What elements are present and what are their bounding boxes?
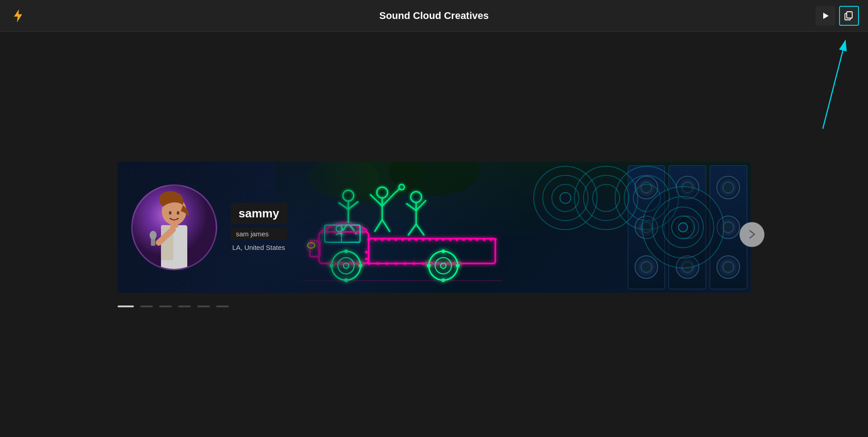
svg-line-25	[408, 224, 416, 235]
profile-info: sammy sam james LA, United States	[231, 203, 288, 251]
svg-point-50	[388, 238, 390, 241]
next-slide-button[interactable]	[740, 222, 764, 247]
logo-icon	[10, 8, 26, 24]
svg-point-49	[381, 238, 384, 241]
svg-point-66	[494, 238, 497, 241]
chevron-right-icon	[747, 230, 757, 240]
svg-point-83	[560, 193, 571, 203]
svg-point-53	[408, 238, 411, 241]
svg-point-103	[176, 211, 179, 215]
copy-button[interactable]	[839, 6, 859, 26]
svg-point-71	[403, 262, 406, 265]
dot-1[interactable]	[118, 305, 134, 307]
slideshow-container: sammy sam james LA, United States	[118, 162, 751, 307]
svg-point-63	[476, 238, 479, 241]
dot-6[interactable]	[216, 305, 229, 307]
main-content: sammy sam james LA, United States	[0, 32, 868, 437]
dot-2[interactable]	[140, 305, 153, 307]
dot-4[interactable]	[178, 305, 191, 307]
svg-line-20	[382, 220, 390, 232]
svg-point-58	[442, 238, 445, 241]
play-button[interactable]	[816, 6, 835, 26]
svg-point-44	[427, 264, 431, 268]
svg-point-59	[449, 238, 451, 241]
page-title: Sound Cloud Creatives	[379, 10, 489, 22]
svg-point-43	[456, 264, 460, 268]
svg-rect-30	[369, 239, 495, 263]
svg-line-19	[375, 220, 382, 232]
svg-point-51	[394, 238, 397, 241]
avatar	[131, 184, 217, 270]
profile-name: sammy	[231, 203, 288, 224]
svg-point-94	[678, 223, 688, 232]
svg-marker-0	[14, 9, 22, 22]
avatar-illustration	[133, 184, 216, 270]
header-actions	[816, 6, 859, 26]
svg-point-36	[429, 251, 458, 280]
svg-point-68	[376, 262, 379, 265]
profile-handle: sam james	[231, 228, 288, 240]
svg-point-70	[394, 262, 397, 265]
play-icon	[821, 12, 830, 20]
svg-point-60	[455, 238, 458, 241]
svg-point-55	[422, 238, 424, 241]
svg-point-37	[435, 258, 451, 274]
svg-point-73	[422, 262, 424, 265]
profile-section: sammy sam james LA, United States	[118, 162, 371, 293]
svg-rect-3	[847, 12, 852, 18]
svg-point-102	[169, 211, 171, 215]
app-header: Sound Cloud Creatives	[0, 0, 868, 32]
svg-line-26	[416, 224, 424, 235]
svg-point-45	[441, 249, 445, 253]
svg-point-64	[483, 238, 485, 241]
copy-icon	[844, 11, 854, 20]
dot-5[interactable]	[197, 305, 210, 307]
svg-point-61	[462, 238, 465, 241]
svg-point-65	[489, 238, 492, 241]
svg-point-85	[583, 175, 629, 221]
svg-point-54	[415, 238, 417, 241]
svg-rect-104	[170, 223, 178, 228]
svg-point-101	[149, 230, 156, 239]
svg-point-57	[435, 238, 438, 241]
logo	[9, 7, 27, 25]
svg-marker-1	[823, 13, 829, 19]
dot-3[interactable]	[159, 305, 172, 307]
slide-card: sammy sam james LA, United States	[118, 162, 751, 293]
svg-point-72	[413, 262, 415, 265]
svg-point-62	[469, 238, 472, 241]
svg-point-56	[428, 238, 431, 241]
svg-point-46	[441, 278, 445, 282]
slide-dots	[118, 305, 751, 307]
svg-line-23	[406, 203, 416, 211]
svg-point-69	[385, 262, 388, 265]
svg-point-48	[374, 238, 377, 241]
svg-point-52	[401, 238, 404, 241]
profile-location: LA, United States	[231, 244, 288, 251]
